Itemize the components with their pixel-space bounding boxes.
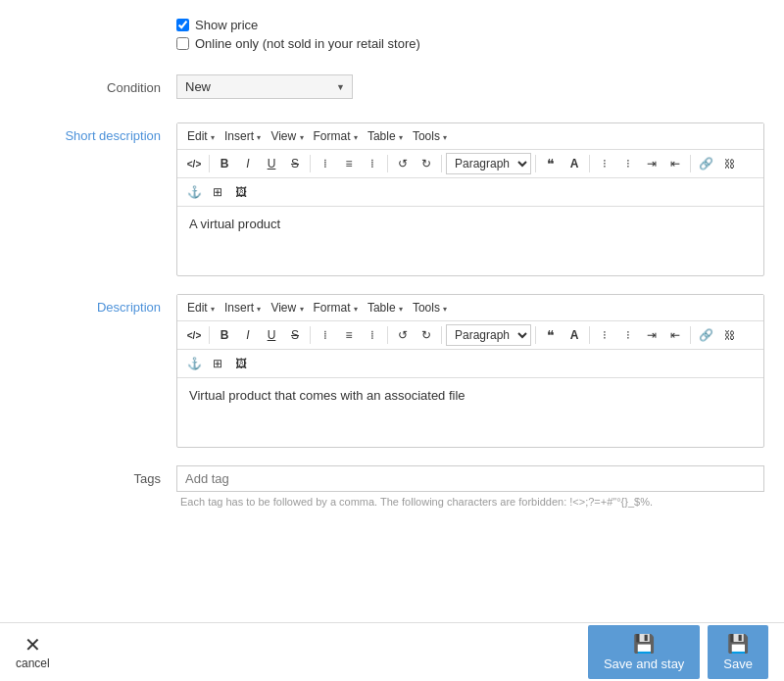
desc-align-left-btn[interactable]: ⁞ [315, 324, 336, 346]
condition-select[interactable]: New Used Refurbished [176, 74, 353, 99]
desc-italic-btn[interactable]: I [237, 324, 259, 346]
save-icon-1: 💾 [633, 633, 655, 655]
online-only-checkbox[interactable] [176, 37, 189, 50]
tags-hint: Each tag has to be followed by a comma. … [176, 496, 764, 508]
desc-menu-tools[interactable]: Tools ▾ [409, 299, 451, 316]
toolbar-divider-1 [209, 155, 210, 172]
desc-indent-btn[interactable]: ⇥ [641, 324, 662, 346]
short-desc-menu-table[interactable]: Table ▾ [364, 127, 407, 145]
short-desc-table-btn[interactable]: ⊞ [207, 181, 228, 203]
short-desc-link-btn[interactable]: 🔗 [695, 153, 716, 174]
desc-paragraph-select[interactable]: Paragraph Heading 1 Heading 2 [446, 324, 531, 346]
cancel-button[interactable]: ✕ cancel [16, 635, 50, 670]
short-desc-menu-insert[interactable]: Insert ▾ [220, 127, 265, 145]
desc-menu-format[interactable]: Format ▾ [310, 299, 362, 316]
short-desc-undo-btn[interactable]: ↺ [392, 153, 414, 174]
desc-divider-6 [589, 326, 590, 344]
toolbar-divider-5 [535, 155, 536, 172]
desc-divider-3 [387, 326, 388, 344]
save-and-stay-label: Save and stay [604, 657, 684, 671]
desc-menu-view[interactable]: View ▾ [267, 299, 307, 316]
checkboxes-spacer [20, 16, 176, 22]
desc-image-btn[interactable]: 🖼 [230, 353, 252, 374]
toolbar-divider-6 [589, 155, 590, 172]
checkboxes-section: Show price Online only (not sold in your… [20, 10, 764, 61]
desc-blockquote-btn[interactable]: ❝ [540, 324, 562, 346]
toolbar-divider-7 [690, 155, 691, 172]
short-desc-underline-btn[interactable]: U [261, 153, 282, 174]
short-desc-ol-btn[interactable]: ⁝ [617, 153, 639, 174]
save-and-stay-button[interactable]: 💾 Save and stay [588, 625, 700, 679]
short-desc-align-center-btn[interactable]: ≡ [338, 153, 360, 174]
online-only-item[interactable]: Online only (not sold in your retail sto… [176, 36, 420, 51]
short-desc-bold-btn[interactable]: B [214, 153, 235, 174]
show-price-checkbox[interactable] [176, 19, 189, 31]
tags-input[interactable] [176, 465, 764, 492]
condition-row: Condition New Used Refurbished [20, 74, 764, 99]
short-description-section: Short description Edit ▾ Insert ▾ View ▾… [20, 122, 764, 276]
desc-divider-5 [535, 326, 536, 344]
short-desc-image-btn[interactable]: 🖼 [230, 181, 252, 203]
desc-align-right-btn[interactable]: ⁞ [362, 324, 383, 346]
short-desc-code-btn[interactable]: </> [183, 153, 205, 174]
toolbar-divider-4 [441, 155, 442, 172]
short-desc-toolbar-2: ⚓ ⊞ 🖼 [177, 178, 763, 207]
desc-divider-4 [441, 326, 442, 344]
desc-menu-edit[interactable]: Edit ▾ [183, 299, 219, 316]
short-desc-paragraph-select[interactable]: Paragraph Heading 1 Heading 2 [446, 153, 531, 174]
desc-anchor-btn[interactable]: ⚓ [183, 353, 205, 374]
short-desc-anchor-btn[interactable]: ⚓ [183, 181, 205, 203]
save-label: Save [723, 657, 753, 671]
short-desc-menu-format[interactable]: Format ▾ [310, 127, 362, 145]
desc-code-btn[interactable]: </> [183, 324, 205, 346]
desc-bold-btn[interactable]: B [214, 324, 235, 346]
show-price-label: Show price [195, 18, 258, 32]
cancel-label: cancel [16, 657, 50, 670]
short-desc-outdent-btn[interactable]: ⇤ [664, 153, 686, 174]
short-desc-italic-btn[interactable]: I [237, 153, 259, 174]
desc-undo-btn[interactable]: ↺ [392, 324, 414, 346]
desc-menu-insert[interactable]: Insert ▾ [220, 299, 265, 316]
desc-link-btn[interactable]: 🔗 [695, 324, 716, 346]
desc-unlink-btn[interactable]: ⛓ [718, 324, 740, 346]
desc-align-center-btn[interactable]: ≡ [338, 324, 360, 346]
short-desc-menu-view[interactable]: View ▾ [267, 127, 307, 145]
bottom-bar: ✕ cancel 💾 Save and stay 💾 Save [0, 622, 784, 681]
short-desc-indent-btn[interactable]: ⇥ [641, 153, 662, 174]
short-desc-menu-edit[interactable]: Edit ▾ [183, 127, 219, 145]
short-desc-align-right-btn[interactable]: ⁞ [362, 153, 383, 174]
desc-redo-btn[interactable]: ↻ [416, 324, 437, 346]
short-desc-blockquote-btn[interactable]: ❝ [540, 153, 562, 174]
short-desc-redo-btn[interactable]: ↻ [416, 153, 437, 174]
toolbar-divider-2 [310, 155, 311, 172]
description-editor: Edit ▾ Insert ▾ View ▾ Format ▾ Table ▾ … [176, 294, 764, 448]
desc-toolbar-1: </> B I U S ⁞ ≡ ⁞ ↺ ↻ Paragraph Heading … [177, 321, 763, 350]
desc-toolbar-2: ⚓ ⊞ 🖼 [177, 350, 763, 378]
desc-content[interactable]: Virtual product that comes with an assoc… [177, 378, 763, 447]
desc-strike-btn[interactable]: S [284, 324, 306, 346]
desc-menu-table[interactable]: Table ▾ [364, 299, 407, 316]
short-desc-strike-btn[interactable]: S [284, 153, 306, 174]
save-icon-2: 💾 [727, 633, 749, 655]
desc-divider-2 [310, 326, 311, 344]
show-price-item[interactable]: Show price [176, 18, 420, 32]
short-desc-toolbar-1: </> B I U S ⁞ ≡ ⁞ ↺ ↻ Paragraph Heading … [177, 150, 763, 178]
desc-ul-btn[interactable]: ⁝ [594, 324, 615, 346]
desc-fontA-btn[interactable]: A [564, 324, 585, 346]
tags-label: Tags [20, 465, 176, 486]
checkboxes-group: Show price Online only (not sold in your… [176, 16, 420, 51]
cancel-x-icon: ✕ [24, 635, 41, 655]
online-only-label: Online only (not sold in your retail sto… [195, 36, 420, 51]
short-desc-menu-tools[interactable]: Tools ▾ [409, 127, 451, 145]
short-desc-content[interactable]: A virtual product [177, 207, 763, 275]
short-desc-fontA-btn[interactable]: A [564, 153, 585, 174]
short-desc-align-left-btn[interactable]: ⁞ [315, 153, 336, 174]
tags-section: Tags Each tag has to be followed by a co… [20, 465, 764, 508]
short-desc-ul-btn[interactable]: ⁝ [594, 153, 615, 174]
desc-underline-btn[interactable]: U [261, 324, 282, 346]
desc-outdent-btn[interactable]: ⇤ [664, 324, 686, 346]
desc-ol-btn[interactable]: ⁝ [617, 324, 639, 346]
desc-table-btn[interactable]: ⊞ [207, 353, 228, 374]
save-button[interactable]: 💾 Save [708, 625, 768, 679]
short-desc-unlink-btn[interactable]: ⛓ [718, 153, 740, 174]
